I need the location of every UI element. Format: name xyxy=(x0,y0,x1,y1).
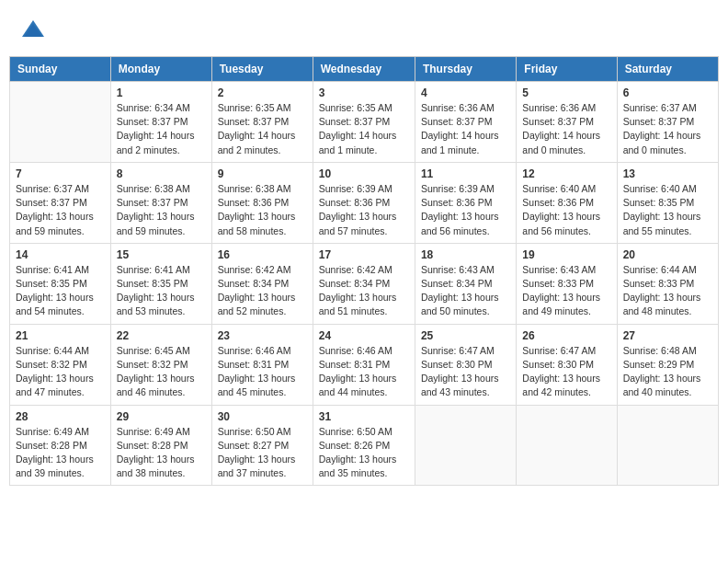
day-number: 4 xyxy=(421,86,510,99)
day-info: Sunrise: 6:38 AM Sunset: 8:36 PM Dayligh… xyxy=(218,182,307,238)
calendar-day-cell xyxy=(517,405,617,486)
day-number: 13 xyxy=(623,167,712,180)
day-number: 16 xyxy=(218,248,307,261)
calendar-day-cell: 30Sunrise: 6:50 AM Sunset: 8:27 PM Dayli… xyxy=(211,405,313,486)
calendar-day-cell: 5Sunrise: 6:36 AM Sunset: 8:37 PM Daylig… xyxy=(517,82,617,163)
day-info: Sunrise: 6:45 AM Sunset: 8:32 PM Dayligh… xyxy=(117,344,206,400)
day-info: Sunrise: 6:47 AM Sunset: 8:30 PM Dayligh… xyxy=(522,344,610,400)
day-info: Sunrise: 6:46 AM Sunset: 8:31 PM Dayligh… xyxy=(319,344,409,400)
day-number: 19 xyxy=(522,248,610,261)
logo-icon xyxy=(20,17,46,42)
page-header xyxy=(9,9,719,51)
day-info: Sunrise: 6:36 AM Sunset: 8:37 PM Dayligh… xyxy=(421,101,510,157)
calendar-day-cell: 16Sunrise: 6:42 AM Sunset: 8:34 PM Dayli… xyxy=(211,243,313,324)
day-info: Sunrise: 6:40 AM Sunset: 8:35 PM Dayligh… xyxy=(623,182,712,238)
day-number: 5 xyxy=(522,86,610,99)
day-info: Sunrise: 6:41 AM Sunset: 8:35 PM Dayligh… xyxy=(16,263,105,319)
calendar-day-cell: 14Sunrise: 6:41 AM Sunset: 8:35 PM Dayli… xyxy=(10,243,111,324)
day-number: 24 xyxy=(319,329,409,342)
day-number: 18 xyxy=(421,248,510,261)
calendar-day-cell: 29Sunrise: 6:49 AM Sunset: 8:28 PM Dayli… xyxy=(110,405,211,486)
day-number: 2 xyxy=(218,86,307,99)
calendar-day-cell: 19Sunrise: 6:43 AM Sunset: 8:33 PM Dayli… xyxy=(517,243,617,324)
calendar-day-cell: 22Sunrise: 6:45 AM Sunset: 8:32 PM Dayli… xyxy=(110,324,211,405)
calendar-day-cell: 4Sunrise: 6:36 AM Sunset: 8:37 PM Daylig… xyxy=(415,82,516,163)
calendar-day-cell: 7Sunrise: 6:37 AM Sunset: 8:37 PM Daylig… xyxy=(10,162,111,243)
calendar-week-row: 28Sunrise: 6:49 AM Sunset: 8:28 PM Dayli… xyxy=(10,405,719,486)
calendar-day-cell: 26Sunrise: 6:47 AM Sunset: 8:30 PM Dayli… xyxy=(517,324,617,405)
calendar-day-cell: 21Sunrise: 6:44 AM Sunset: 8:32 PM Dayli… xyxy=(10,324,111,405)
day-info: Sunrise: 6:49 AM Sunset: 8:28 PM Dayligh… xyxy=(117,425,206,481)
day-number: 30 xyxy=(218,410,307,423)
calendar-day-cell: 2Sunrise: 6:35 AM Sunset: 8:37 PM Daylig… xyxy=(211,82,313,163)
day-info: Sunrise: 6:44 AM Sunset: 8:33 PM Dayligh… xyxy=(623,263,712,319)
day-number: 20 xyxy=(623,248,712,261)
calendar-day-cell: 10Sunrise: 6:39 AM Sunset: 8:36 PM Dayli… xyxy=(313,162,415,243)
day-number: 27 xyxy=(623,329,712,342)
calendar-day-cell: 23Sunrise: 6:46 AM Sunset: 8:31 PM Dayli… xyxy=(211,324,313,405)
calendar-week-row: 14Sunrise: 6:41 AM Sunset: 8:35 PM Dayli… xyxy=(10,243,719,324)
day-number: 15 xyxy=(117,248,206,261)
day-info: Sunrise: 6:43 AM Sunset: 8:34 PM Dayligh… xyxy=(421,263,510,319)
day-number: 25 xyxy=(421,329,510,342)
calendar-week-row: 7Sunrise: 6:37 AM Sunset: 8:37 PM Daylig… xyxy=(10,162,719,243)
day-number: 7 xyxy=(16,167,105,180)
day-number: 1 xyxy=(117,86,206,99)
calendar-header-sunday: Sunday xyxy=(10,57,111,82)
logo xyxy=(18,17,48,47)
calendar-day-cell: 8Sunrise: 6:38 AM Sunset: 8:37 PM Daylig… xyxy=(110,162,211,243)
day-info: Sunrise: 6:34 AM Sunset: 8:37 PM Dayligh… xyxy=(117,101,206,157)
day-number: 10 xyxy=(319,167,409,180)
calendar-day-cell: 1Sunrise: 6:34 AM Sunset: 8:37 PM Daylig… xyxy=(110,82,211,163)
calendar-header-row: SundayMondayTuesdayWednesdayThursdayFrid… xyxy=(10,57,719,82)
calendar-day-cell: 12Sunrise: 6:40 AM Sunset: 8:36 PM Dayli… xyxy=(517,162,617,243)
day-number: 6 xyxy=(623,86,712,99)
calendar-day-cell xyxy=(10,82,111,163)
day-number: 12 xyxy=(522,167,610,180)
day-number: 14 xyxy=(16,248,105,261)
calendar-day-cell: 24Sunrise: 6:46 AM Sunset: 8:31 PM Dayli… xyxy=(313,324,415,405)
day-info: Sunrise: 6:37 AM Sunset: 8:37 PM Dayligh… xyxy=(623,101,712,157)
calendar-day-cell: 15Sunrise: 6:41 AM Sunset: 8:35 PM Dayli… xyxy=(110,243,211,324)
calendar-header-monday: Monday xyxy=(110,57,211,82)
day-info: Sunrise: 6:44 AM Sunset: 8:32 PM Dayligh… xyxy=(16,344,105,400)
calendar-day-cell: 28Sunrise: 6:49 AM Sunset: 8:28 PM Dayli… xyxy=(10,405,111,486)
day-number: 29 xyxy=(117,410,206,423)
day-info: Sunrise: 6:46 AM Sunset: 8:31 PM Dayligh… xyxy=(218,344,307,400)
day-number: 3 xyxy=(319,86,409,99)
day-info: Sunrise: 6:35 AM Sunset: 8:37 PM Dayligh… xyxy=(319,101,409,157)
calendar-day-cell: 9Sunrise: 6:38 AM Sunset: 8:36 PM Daylig… xyxy=(211,162,313,243)
day-number: 23 xyxy=(218,329,307,342)
calendar-header-wednesday: Wednesday xyxy=(313,57,415,82)
calendar-day-cell: 3Sunrise: 6:35 AM Sunset: 8:37 PM Daylig… xyxy=(313,82,415,163)
calendar-day-cell: 18Sunrise: 6:43 AM Sunset: 8:34 PM Dayli… xyxy=(415,243,516,324)
day-info: Sunrise: 6:41 AM Sunset: 8:35 PM Dayligh… xyxy=(117,263,206,319)
calendar-day-cell: 13Sunrise: 6:40 AM Sunset: 8:35 PM Dayli… xyxy=(617,162,718,243)
day-info: Sunrise: 6:39 AM Sunset: 8:36 PM Dayligh… xyxy=(319,182,409,238)
calendar-day-cell: 11Sunrise: 6:39 AM Sunset: 8:36 PM Dayli… xyxy=(415,162,516,243)
day-info: Sunrise: 6:40 AM Sunset: 8:36 PM Dayligh… xyxy=(522,182,610,238)
day-number: 22 xyxy=(117,329,206,342)
calendar-day-cell: 6Sunrise: 6:37 AM Sunset: 8:37 PM Daylig… xyxy=(617,82,718,163)
calendar-week-row: 21Sunrise: 6:44 AM Sunset: 8:32 PM Dayli… xyxy=(10,324,719,405)
day-info: Sunrise: 6:36 AM Sunset: 8:37 PM Dayligh… xyxy=(522,101,610,157)
day-number: 31 xyxy=(319,410,409,423)
day-number: 8 xyxy=(117,167,206,180)
day-info: Sunrise: 6:43 AM Sunset: 8:33 PM Dayligh… xyxy=(522,263,610,319)
calendar-header-friday: Friday xyxy=(517,57,617,82)
day-info: Sunrise: 6:49 AM Sunset: 8:28 PM Dayligh… xyxy=(16,425,105,481)
day-info: Sunrise: 6:35 AM Sunset: 8:37 PM Dayligh… xyxy=(218,101,307,157)
calendar-header-saturday: Saturday xyxy=(617,57,718,82)
calendar-header-thursday: Thursday xyxy=(415,57,516,82)
day-info: Sunrise: 6:42 AM Sunset: 8:34 PM Dayligh… xyxy=(218,263,307,319)
day-number: 11 xyxy=(421,167,510,180)
day-number: 21 xyxy=(16,329,105,342)
day-number: 17 xyxy=(319,248,409,261)
day-info: Sunrise: 6:37 AM Sunset: 8:37 PM Dayligh… xyxy=(16,182,105,238)
calendar-day-cell xyxy=(415,405,516,486)
calendar-week-row: 1Sunrise: 6:34 AM Sunset: 8:37 PM Daylig… xyxy=(10,82,719,163)
day-info: Sunrise: 6:50 AM Sunset: 8:26 PM Dayligh… xyxy=(319,425,409,481)
calendar-table: SundayMondayTuesdayWednesdayThursdayFrid… xyxy=(9,56,719,486)
day-number: 9 xyxy=(218,167,307,180)
day-number: 28 xyxy=(16,410,105,423)
